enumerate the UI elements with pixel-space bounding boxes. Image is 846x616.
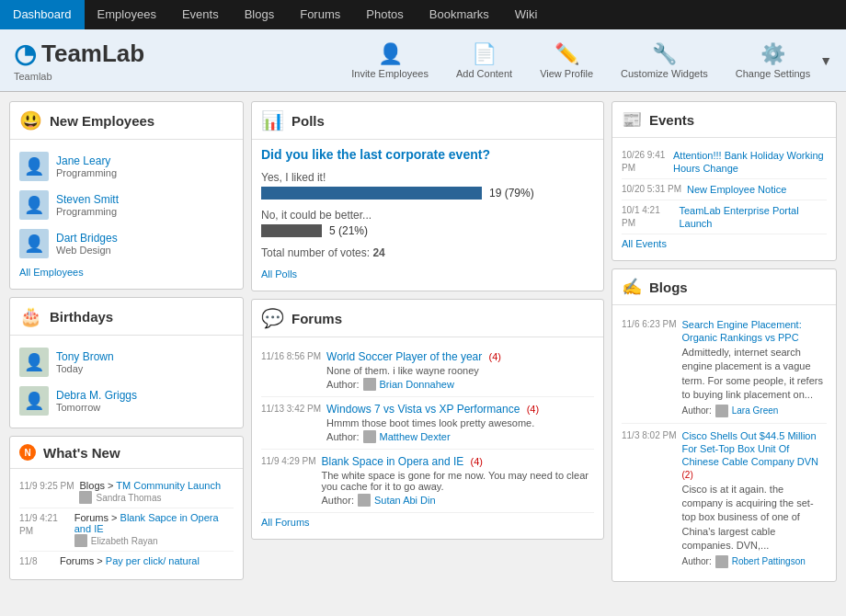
smiley-icon: 😃 [19,109,42,131]
nav-item-photos[interactable]: Photos [353,0,416,29]
forum-date: 11/16 8:56 PM [261,350,321,391]
event-content: Attention!!! Bank Holiday Working Hours … [673,149,827,175]
birthdays-widget: 🎂 Birthdays 👤 Tony Brown Today 👤 Debra M… [9,297,244,428]
poll-bar-row: 5 (21%) [261,224,594,237]
all-employees-link[interactable]: All Employees [19,263,234,281]
employee-name[interactable]: Steven Smitt [56,193,119,206]
blog-author-icon [715,405,728,417]
nav-item-forums[interactable]: Forums [287,0,353,29]
forums-title: Forums [292,311,342,326]
forum-content: Windows 7 vs Vista vs XP Performance (4)… [326,403,594,443]
forum-title-link[interactable]: World Soccer Player of the year [326,350,482,363]
nav-item-dashboard[interactable]: Dashboard [0,0,85,29]
blog-title-link[interactable]: Cisco Shells Out $44.5 Million For Set-T… [681,430,818,467]
polls-title: Polls [292,113,325,129]
action-label: Invite Employees [351,68,429,79]
blog-author-link[interactable]: Robert Pattingson [732,556,806,566]
header-action-invite-employees[interactable]: 👤Invite Employees [351,42,429,79]
forum-row: 11/9 4:29 PM Blank Space in Opera and IE… [261,455,594,507]
forum-item: 11/16 8:56 PM World Soccer Player of the… [261,345,594,397]
event-date: 10/20 5:31 PM [622,183,681,196]
employee-name[interactable]: Dart Bridges [56,232,118,245]
forum-author-link[interactable]: Matthew Dexter [380,431,451,442]
event-item: 10/1 4:21 PM TeamLab Enterprise Portal L… [622,200,827,234]
blogs-icon: ✍ [622,277,642,297]
nav-item-wiki[interactable]: Wiki [502,0,551,29]
forum-item: 11/9 4:29 PM Blank Space in Opera and IE… [261,450,594,513]
birthday-when: Today [56,363,114,374]
poll-option: Yes, I liked it! 19 (79%) [261,171,594,200]
birthday-name[interactable]: Debra M. Griggs [56,389,137,402]
birthdays-title: Birthdays [50,309,113,325]
employee-info: Dart Bridges Web Design [56,232,118,256]
blog-author-icon [715,555,728,568]
header-action-view-profile[interactable]: ✏️View Profile [540,42,593,79]
action-label: View Profile [540,68,593,79]
news-link[interactable]: Pay per click/ natural [106,555,200,566]
news-link[interactable]: TM Community Launch [116,480,221,491]
header-dropdown-arrow[interactable]: ▼ [819,53,832,68]
forum-author-link[interactable]: Brian Donnahew [380,379,454,390]
right-column: 📰 Events 10/26 9:41 PM Attention!!! Bank… [612,101,837,582]
employee-item: 👤 Jane Leary Programming [19,147,234,186]
whats-new-body: 11/9 9:25 PM Blogs > TM Community Launch… [10,469,243,579]
event-title-link[interactable]: New Employee Notice [687,184,786,195]
employee-name[interactable]: Jane Leary [56,154,110,167]
poll-icon: 📊 [261,109,284,131]
blog-comments: (2) [681,470,692,480]
forum-author: Author: Matthew Dexter [326,430,594,443]
birthdays-header: 🎂 Birthdays [10,298,243,336]
news-date: 11/9 4:21 PM [19,512,69,538]
header-action-change-settings[interactable]: ⚙️Change Settings [736,42,810,79]
nav-item-blogs[interactable]: Blogs [232,0,288,29]
header-action-add-content[interactable]: 📄Add Content [456,42,512,79]
polls-body: Did you like the last corporate event? Y… [252,140,603,291]
blog-author: Author: Lara Green [681,405,827,417]
all-polls-link[interactable]: All Polls [261,265,594,283]
forum-title-link[interactable]: Blank Space in Opera and IE [321,455,463,468]
action-label: Add Content [456,68,512,79]
blog-title-link[interactable]: Search Engine Placement: Organic Ranking… [681,319,801,343]
all-forums-link[interactable]: All Forums [261,513,594,531]
forum-content: World Soccer Player of the year (4) None… [326,350,594,391]
poll-option-label: Yes, I liked it! [261,171,594,184]
blog-author-link[interactable]: Lara Green [732,405,779,416]
news-date: 11/8 [19,555,54,568]
event-content: TeamLab Enterprise Portal Launch [679,204,827,230]
event-row: 10/20 5:31 PM New Employee Notice [622,183,827,196]
blog-title: Cisco Shells Out $44.5 Million For Set-T… [681,429,827,481]
forum-title-link[interactable]: Windows 7 vs Vista vs XP Performance [326,403,520,416]
poll-question-link[interactable]: Did you like the last corporate event? [261,147,490,162]
forum-replies: (4) [471,456,483,467]
news-category: Forums [74,512,109,523]
news-row: 11/9 4:21 PM Forums > Blank Sapce in Ope… [19,512,234,547]
blogs-header: ✍ Blogs [612,269,836,305]
event-title-link[interactable]: TeamLab Enterprise Portal Launch [679,205,798,229]
all-events-link[interactable]: All Events [622,234,827,253]
blog-date: 11/6 6:23 PM [622,318,676,417]
action-icon: ✏️ [554,42,579,66]
header-action-customize-widgets[interactable]: 🔧Customize Widgets [621,42,708,79]
forum-author-link[interactable]: Sutan Abi Din [374,495,436,506]
author-icon [363,378,376,391]
birthday-name[interactable]: Tony Brown [56,350,114,363]
birthday-info: Debra M. Griggs Tomorrow [56,389,137,413]
polls-widget: 📊 Polls Did you like the last corporate … [251,101,604,291]
nav-item-events[interactable]: Events [169,0,232,29]
whats-new-widget: N What's New 11/9 9:25 PM Blogs > TM Com… [9,436,244,580]
poll-bar [261,187,482,200]
blog-content: Search Engine Placement: Organic Ranking… [681,318,827,417]
whats-new-title: What's New [43,445,120,461]
event-title-link[interactable]: Attention!!! Bank Holiday Working Hours … [673,150,824,174]
poll-total-count: 24 [372,246,384,259]
avatar: 👤 [19,348,49,377]
employee-dept: Programming [56,206,119,217]
poll-pct: 5 (21%) [329,224,368,237]
news-item: 11/9 4:21 PM Forums > Blank Sapce in Ope… [19,508,234,552]
whats-new-header: N What's New [10,437,243,469]
blog-author: Author: Robert Pattingson [681,555,827,568]
nav-item-employees[interactable]: Employees [85,0,169,29]
forum-icon: 💬 [261,307,284,329]
nav-item-bookmarks[interactable]: Bookmarks [417,0,502,29]
forum-row: 11/13 3:42 PM Windows 7 vs Vista vs XP P… [261,403,594,443]
